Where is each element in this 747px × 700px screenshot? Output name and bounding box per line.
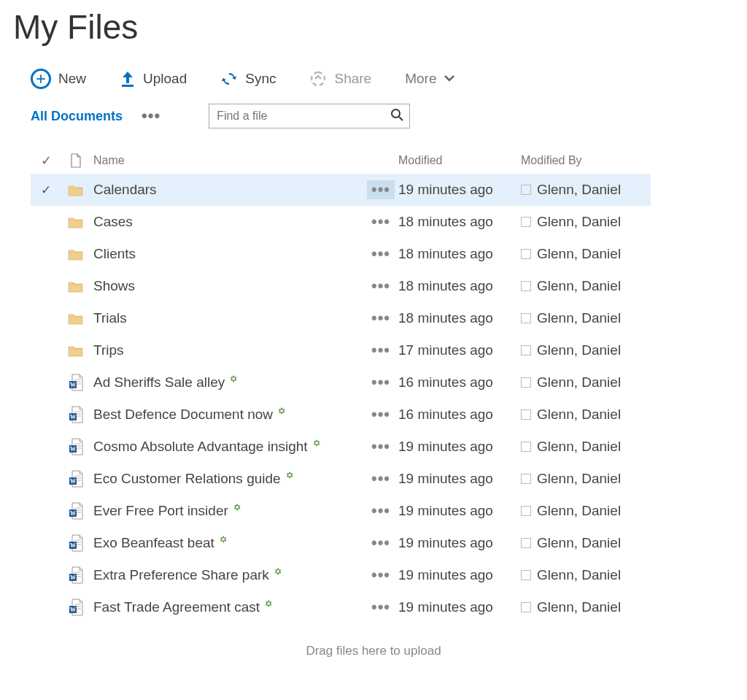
presence-indicator-icon	[521, 474, 531, 484]
row-context-menu[interactable]: •••	[367, 501, 395, 520]
file-row[interactable]: Cases•••18 minutes agoGlenn, Daniel	[31, 206, 651, 238]
file-row[interactable]: Ever Free Port insider꙳•••19 minutes ago…	[31, 495, 651, 527]
file-name[interactable]: Best Defence Document now	[93, 407, 273, 423]
modified-by-name[interactable]: Glenn, Daniel	[537, 342, 621, 358]
search-input[interactable]	[215, 109, 390, 123]
upload-icon	[120, 70, 136, 88]
modified-time: 18 minutes ago	[398, 246, 516, 262]
row-context-menu[interactable]: •••	[367, 373, 395, 392]
word-document-icon	[61, 566, 90, 584]
presence-indicator-icon	[521, 345, 531, 355]
file-row[interactable]: Trials•••18 minutes agoGlenn, Daniel	[31, 302, 651, 334]
file-name[interactable]: Cosmo Absolute Advantage insight	[93, 439, 308, 455]
modified-by-name[interactable]: Glenn, Daniel	[537, 310, 621, 326]
presence-indicator-icon	[521, 442, 531, 452]
file-row[interactable]: Fast Trade Agreement cast꙳•••19 minutes …	[31, 591, 651, 623]
search-icon[interactable]	[390, 108, 403, 125]
row-context-menu[interactable]: •••	[367, 534, 395, 553]
type-column-icon[interactable]	[61, 153, 90, 168]
file-name[interactable]: Trials	[93, 310, 127, 326]
search-box[interactable]	[209, 104, 410, 128]
folder-icon	[61, 280, 90, 293]
new-badge-icon: ꙳	[231, 376, 236, 389]
presence-indicator-icon	[521, 377, 531, 388]
row-context-menu[interactable]: •••	[367, 277, 395, 296]
modified-by-column-header[interactable]: Modified By	[516, 154, 651, 167]
presence-indicator-icon	[521, 185, 531, 195]
upload-button[interactable]: Upload	[120, 70, 187, 88]
row-select[interactable]: ✓	[31, 182, 61, 198]
modified-by-name[interactable]: Glenn, Daniel	[537, 246, 621, 262]
view-more-icon[interactable]: •••	[142, 108, 160, 124]
modified-by-name[interactable]: Glenn, Daniel	[537, 503, 621, 519]
row-context-menu[interactable]: •••	[367, 566, 395, 585]
word-document-icon	[61, 438, 90, 455]
presence-indicator-icon	[521, 249, 531, 259]
row-context-menu[interactable]: •••	[367, 212, 395, 231]
modified-time: 16 minutes ago	[398, 407, 516, 423]
modified-by-name[interactable]: Glenn, Daniel	[537, 214, 621, 230]
file-name[interactable]: Eco Customer Relations guide	[93, 471, 281, 487]
modified-time: 19 minutes ago	[398, 439, 516, 455]
file-row[interactable]: Trips•••17 minutes agoGlenn, Daniel	[31, 334, 651, 366]
modified-by-name[interactable]: Glenn, Daniel	[537, 374, 621, 391]
modified-by-name[interactable]: Glenn, Daniel	[537, 182, 621, 198]
new-button[interactable]: + New	[31, 69, 86, 89]
file-name[interactable]: Shows	[93, 278, 135, 294]
file-name[interactable]: Exo Beanfeast beat	[93, 535, 214, 551]
file-row[interactable]: Best Defence Document now꙳•••16 minutes …	[31, 399, 651, 431]
file-name[interactable]: Fast Trade Agreement cast	[93, 599, 260, 615]
column-header-row: ✓ Name Modified Modified By	[31, 147, 651, 174]
file-row[interactable]: ✓Calendars•••19 minutes agoGlenn, Daniel	[31, 174, 651, 206]
modified-by-name[interactable]: Glenn, Daniel	[537, 471, 621, 487]
file-row[interactable]: Ad Sheriffs Sale alley꙳•••16 minutes ago…	[31, 366, 651, 399]
presence-indicator-icon	[521, 281, 531, 291]
file-row[interactable]: Eco Customer Relations guide꙳•••19 minut…	[31, 463, 651, 495]
file-row[interactable]: Exo Beanfeast beat꙳•••19 minutes agoGlen…	[31, 527, 651, 559]
chevron-down-icon	[444, 72, 455, 85]
view-all-documents[interactable]: All Documents	[31, 109, 123, 124]
file-name[interactable]: Calendars	[93, 182, 157, 198]
select-all-column[interactable]: ✓	[31, 153, 61, 169]
modified-by-name[interactable]: Glenn, Daniel	[537, 567, 621, 583]
page-title: My Files	[13, 7, 734, 47]
row-context-menu[interactable]: •••	[367, 245, 395, 264]
presence-indicator-icon	[521, 409, 531, 420]
file-row[interactable]: Extra Preference Share park꙳•••19 minute…	[31, 559, 651, 591]
file-name[interactable]: Extra Preference Share park	[93, 567, 269, 583]
modified-by-name[interactable]: Glenn, Daniel	[537, 278, 621, 294]
sync-button[interactable]: Sync	[220, 70, 276, 88]
modified-by-name[interactable]: Glenn, Daniel	[537, 535, 621, 551]
row-context-menu[interactable]: •••	[367, 341, 395, 360]
word-document-icon	[61, 374, 90, 391]
row-context-menu[interactable]: •••	[367, 469, 395, 488]
presence-indicator-icon	[521, 538, 531, 548]
more-label: More	[405, 71, 436, 87]
file-row[interactable]: Cosmo Absolute Advantage insight꙳•••19 m…	[31, 431, 651, 463]
word-document-icon	[61, 534, 90, 552]
modified-column-header[interactable]: Modified	[398, 154, 516, 167]
presence-indicator-icon	[521, 217, 531, 227]
name-column-header[interactable]: Name	[90, 154, 363, 167]
presence-indicator-icon	[521, 602, 531, 612]
file-row[interactable]: Shows•••18 minutes agoGlenn, Daniel	[31, 270, 651, 302]
row-context-menu[interactable]: •••	[367, 598, 395, 617]
row-context-menu[interactable]: •••	[367, 405, 395, 424]
folder-icon	[61, 183, 90, 196]
row-context-menu[interactable]: •••	[367, 180, 395, 199]
row-context-menu[interactable]: •••	[367, 437, 395, 456]
more-button[interactable]: More	[405, 71, 455, 87]
row-context-menu[interactable]: •••	[367, 309, 395, 328]
modified-by-name[interactable]: Glenn, Daniel	[537, 439, 621, 455]
file-name[interactable]: Ever Free Port insider	[93, 503, 228, 519]
modified-by-name[interactable]: Glenn, Daniel	[537, 407, 621, 423]
modified-by-name[interactable]: Glenn, Daniel	[537, 599, 621, 615]
new-badge-icon: ꙳	[279, 408, 285, 421]
file-row[interactable]: Clients•••18 minutes agoGlenn, Daniel	[31, 238, 651, 270]
file-name[interactable]: Clients	[93, 246, 136, 262]
presence-indicator-icon	[521, 313, 531, 323]
svg-line-2	[399, 117, 403, 120]
file-name[interactable]: Ad Sheriffs Sale alley	[93, 374, 225, 391]
file-name[interactable]: Cases	[93, 214, 133, 230]
file-name[interactable]: Trips	[93, 342, 124, 358]
